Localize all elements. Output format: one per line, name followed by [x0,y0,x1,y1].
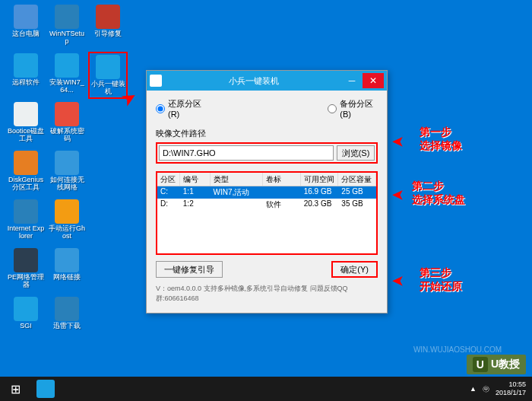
icon-label: 如何连接无线网络 [48,177,86,192]
icon-label: PE网络管理器 [7,274,45,289]
browse-button[interactable]: 浏览(S) [337,145,375,161]
backup-radio[interactable]: 备份分区(B) [328,98,378,119]
tray-lang-icon[interactable]: ㊥ [483,384,489,394]
icon-label: SGI [7,323,45,330]
brand-icon: U [473,357,488,372]
app-icon [14,102,38,126]
mode-radio-group: 还原分区(R) 备份分区(B) [156,98,378,119]
image-path-input[interactable] [159,145,334,161]
installer-dialog: 小兵一键装机 ─ ✕ 还原分区(R) 备份分区(B) 映像文件路径 浏览(S) … [146,70,388,313]
brand-label: U教授 [491,358,520,371]
step2-title: 第二步 [412,180,465,193]
arrow-step2: ➤ [391,186,404,205]
icon-label: 安装WIN7_64... [48,79,86,94]
backup-radio-input[interactable] [328,104,337,113]
app-icon [14,248,38,272]
step1-desc: 选择镜像 [420,139,462,153]
app-icon [55,102,79,126]
app-icon [55,151,79,175]
desktop-icon[interactable]: 手动运行Ghost [47,198,87,245]
step3-title: 第三步 [420,266,462,280]
tray-up-icon[interactable]: ▲ [470,385,477,393]
icon-label: 网络链接 [48,274,86,282]
image-path-label: 映像文件路径 [156,128,378,139]
minimize-button[interactable]: ─ [341,73,363,88]
app-icon [55,199,79,224]
close-button[interactable]: ✕ [363,73,384,88]
desktop-icon[interactable]: 破解系统密码 [47,100,87,148]
icon-label: DiskGenius分区工具 [7,177,45,192]
partition-table-header: 分区 编号 类型 卷标 可用空间 分区容量 [157,173,376,186]
desktop-icon[interactable]: 安装WIN7_64... [47,52,87,99]
step2-desc: 选择系统盘 [412,193,465,207]
tray-clock[interactable]: 10:55 2018/1/17 [496,380,526,397]
ok-button[interactable]: 确定(Y) [331,261,378,278]
icon-label: 迅雷下载 [48,323,86,330]
app-icon [14,297,38,321]
arrow-step3: ➤ [391,272,404,291]
icon-label: 这台电脑 [7,30,45,38]
taskbar: ⊞ ▲ ㊥ 10:55 2018/1/17 [0,377,532,401]
desktop-icon[interactable]: 如何连接无线网络 [47,149,87,196]
taskbar-app[interactable] [30,377,61,401]
annotation-step3: 第三步 开始还原 [420,266,462,294]
app-icon [96,5,120,29]
app-icon [55,5,79,29]
desktop-icon[interactable]: 网络链接 [47,247,87,294]
desktop-icon[interactable]: Internet Explorer [6,198,46,245]
image-path-row: 浏览(S) [156,142,378,164]
icon-label: Bootice磁盘工具 [7,128,45,143]
start-button[interactable]: ⊞ [0,377,30,401]
partition-table: 分区 编号 类型 卷标 可用空间 分区容量 C:1:1WIN7,活动16.9 G… [156,171,378,255]
col-number: 编号 [180,173,211,186]
desktop-icon[interactable]: 引导修复 [88,3,128,50]
app-icon [96,55,120,79]
dialog-titlebar[interactable]: 小兵一键装机 ─ ✕ [147,71,387,91]
icon-label: 引导修复 [89,30,127,38]
table-row[interactable]: C:1:1WIN7,活动16.9 GB25 GB [157,186,376,199]
watermark-url: WIN.WUJIAOSHOU.COM [413,345,502,354]
col-volume: 卷标 [263,173,301,186]
desktop-icon[interactable]: Bootice磁盘工具 [6,100,46,148]
desktop-icon[interactable]: 远程软件 [6,52,46,99]
dialog-title: 小兵一键装机 [166,75,341,87]
repair-boot-button[interactable]: 一键修复引导 [156,261,223,278]
arrow-step1: ➤ [391,133,404,151]
col-partition: 分区 [157,173,180,186]
desktop-icon[interactable]: DiskGenius分区工具 [6,149,46,196]
app-icon [14,5,38,29]
restore-radio-label: 还原分区(R) [168,98,206,119]
col-size: 分区容量 [338,173,376,186]
app-icon [150,75,162,87]
restore-radio[interactable]: 还原分区(R) [156,98,206,119]
desktop-icon[interactable]: 这台电脑 [6,3,46,50]
table-row[interactable]: D:1:2软件20.3 GB35 GB [157,199,376,211]
app-icon [14,151,38,175]
icon-label: 远程软件 [7,79,45,87]
app-icon [14,53,38,78]
clock-time: 10:55 [496,380,526,389]
icon-label: WinNTSetup [48,30,86,46]
desktop-icon[interactable]: SGI [6,295,46,342]
icon-label: 破解系统密码 [48,128,86,143]
clock-date: 2018/1/17 [496,389,526,397]
desktop-icon[interactable]: 迅雷下载 [47,295,87,342]
system-tray[interactable]: ▲ ㊥ 10:55 2018/1/17 [470,380,532,397]
app-icon [55,297,79,321]
icon-label: 手动运行Ghost [48,225,86,240]
app-icon [55,248,79,272]
app-icon [14,199,38,224]
desktop-icon[interactable]: PE网络管理器 [6,247,46,294]
dialog-body: 还原分区(R) 备份分区(B) 映像文件路径 浏览(S) 分区 编号 类型 卷标… [147,91,387,311]
partition-table-body: C:1:1WIN7,活动16.9 GB25 GBD:1:2软件20.3 GB35… [157,186,376,253]
annotation-step2: 第二步 选择系统盘 [412,180,465,207]
dialog-button-row: 一键修复引导 确定(Y) [156,261,378,278]
restore-radio-input[interactable] [156,104,165,113]
app-icon [55,53,79,78]
backup-radio-label: 备份分区(B) [340,98,378,119]
annotation-step1: 第一步 选择镜像 [420,126,462,153]
watermark-brand: U U教授 [467,355,526,374]
col-type: 类型 [211,173,263,186]
step3-desc: 开始还原 [420,280,462,294]
desktop-icon[interactable]: WinNTSetup [47,3,87,50]
